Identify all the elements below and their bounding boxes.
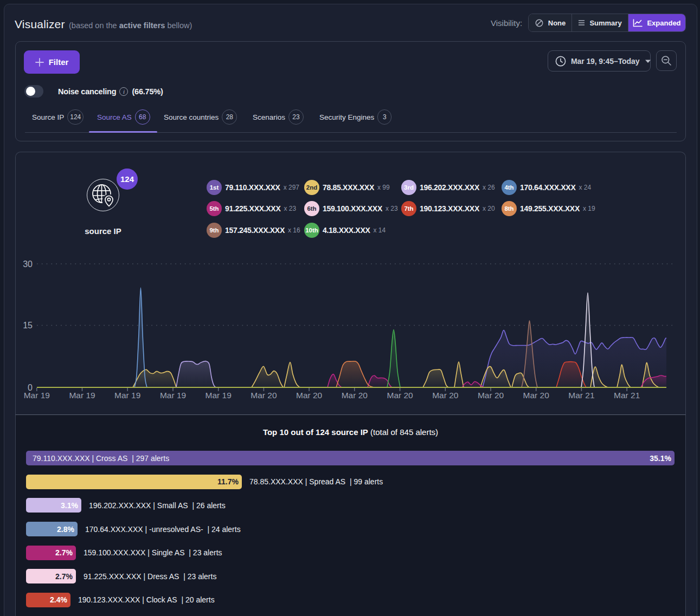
svg-text:Mar 20: Mar 20 (342, 391, 368, 400)
svg-text:Mar 21: Mar 21 (614, 391, 640, 400)
svg-text:Mar 19: Mar 19 (205, 391, 232, 400)
svg-text:Mar 19: Mar 19 (114, 391, 140, 400)
svg-text:Mar 19: Mar 19 (69, 391, 95, 400)
svg-text:15: 15 (23, 321, 33, 330)
svg-text:Mar 20: Mar 20 (432, 391, 459, 400)
svg-text:Mar 19: Mar 19 (24, 391, 50, 400)
svg-text:Mar 20: Mar 20 (523, 391, 550, 400)
svg-text:Mar 21: Mar 21 (568, 391, 594, 400)
svg-text:Mar 20: Mar 20 (478, 391, 504, 400)
svg-text:Mar 19: Mar 19 (160, 391, 186, 400)
svg-text:30: 30 (23, 260, 33, 269)
svg-text:Mar 20: Mar 20 (387, 391, 413, 400)
svg-text:Mar 20: Mar 20 (251, 391, 277, 400)
svg-text:Mar 20: Mar 20 (296, 391, 323, 400)
